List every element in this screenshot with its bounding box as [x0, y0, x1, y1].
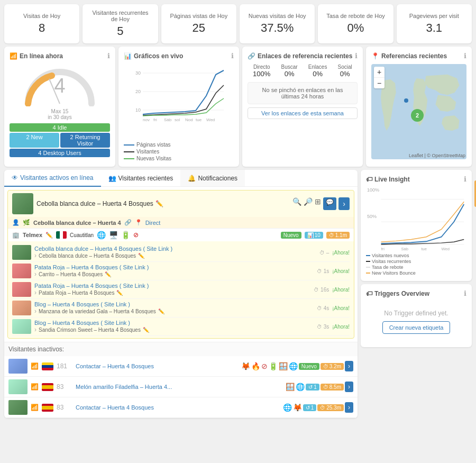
search-small-icon[interactable]: 🔍 — [292, 197, 301, 210]
edit-icon-page-1[interactable]: ✏️ — [105, 271, 111, 277]
page-now-2[interactable]: ¡Ahora! — [332, 287, 350, 293]
legend-line-0 — [124, 144, 134, 146]
location-icon: 📍 — [371, 52, 379, 60]
edit-icon-page-0[interactable]: ✏️ — [138, 253, 144, 259]
page-info-2: Patata Roja – Huerta 4 Bosques ( Site Li… — [34, 283, 310, 296]
gauge-number: 4 — [54, 75, 65, 97]
edit-icon-page-4[interactable]: ✏️ — [143, 327, 149, 333]
visitor-main-info: Cebolla blanca dulce – Huerta 4 Bosques … — [12, 193, 163, 214]
edit-company-icon[interactable]: ✏️ — [45, 232, 53, 239]
dot-3 — [366, 273, 370, 274]
page-sub-3: › Manzana de la variedad Gala – Huerta 4… — [34, 307, 314, 315]
stat-value-3: 37.5% — [261, 21, 294, 35]
inactive-name-1[interactable]: Melón amarillo Filadelfia – Huerta 4... — [76, 384, 282, 390]
badge-count-inactive-2: ↺ 1 — [303, 404, 317, 411]
insight-header: 🏷 Live Insight ℹ — [366, 175, 466, 183]
live-graph-svg: 30 20 10 nov fri Sáb sol Nod tue Wed — [124, 64, 234, 138]
tab-active-visitors[interactable]: 👁 Visitantes activos en línea — [4, 170, 101, 187]
eye-icon: 👁 — [12, 174, 18, 181]
live-graph-header: 📊 Gráficos en vivo ℹ — [124, 52, 234, 60]
ref-cols: Directo 100% Buscar 0% Enlaces 0% Social… — [248, 64, 358, 78]
visitor-edit-icon[interactable]: ✏️ — [155, 200, 163, 207]
chart-small-icon: 📊 — [307, 232, 314, 238]
ref-col-direct: Directo 100% — [253, 64, 270, 78]
map-title: 📍 Referencias recientes — [371, 52, 447, 60]
create-tag-btn[interactable]: Crear nueva etiqueta — [382, 321, 451, 334]
arrow-icon-4: › — [34, 326, 36, 333]
svg-text:10: 10 — [135, 107, 141, 113]
tab-notifications[interactable]: 🔔 Notificaciones — [180, 170, 245, 186]
visitor-action-icons: 🔍 🔎 ⊞ 💬 › — [292, 197, 350, 210]
cycle-icon-1: ↺ — [308, 384, 313, 390]
map-zoom-in[interactable]: + — [374, 67, 385, 78]
right-panel: 🏷 Live Insight ℹ Feedback 100% 50% — [361, 170, 472, 418]
visitor-type-bars: 2 New 2 Returning Visitor — [10, 133, 110, 148]
chat-icon[interactable]: 💬 — [323, 197, 336, 210]
page-link-0[interactable]: Cebolla blanca dulce – Huerta 4 Bosques … — [34, 246, 316, 252]
map-zoom-out[interactable]: − — [374, 78, 385, 88]
wifi-icon: 📶 — [10, 52, 17, 60]
insight-info-icon[interactable]: ℹ — [464, 175, 466, 183]
ref-links-title: 🔗 Enlaces de referencia recientes — [248, 52, 352, 60]
inactive-name-2[interactable]: Contactar – Huerta 4 Bosques — [76, 404, 280, 411]
browser-icon-2: 🖥️ — [109, 231, 118, 239]
map-info-icon[interactable]: ℹ — [464, 52, 466, 60]
edit-icon-page-2[interactable]: ✏️ — [116, 290, 123, 296]
live-graph-info-icon[interactable]: ℹ — [231, 52, 234, 60]
dashboard: Visitas de Hoy 8 Visitantes recurrentes … — [0, 0, 476, 422]
page-info-0: Cebolla blanca dulce – Huerta 4 Bosques … — [34, 246, 316, 259]
insight-legend-3: New Visitors Bounce — [366, 270, 466, 276]
block-icon: ⊘ — [133, 231, 139, 239]
page-now-4[interactable]: ¡Ahora! — [332, 324, 350, 330]
page-link-3[interactable]: Blog – Huerta 4 Bosques ( Site Link ) — [34, 301, 314, 307]
inactive-row-2: 📶 83 Contactar – Huerta 4 Bosques 🌐 🦊 ↺ … — [4, 397, 358, 418]
badge-time-inactive-1: ⏱ 8.5m — [321, 384, 344, 391]
map-attribution: Leaflet | © OpenStreetMap — [409, 153, 465, 158]
stat-bounce: Tasa de rebote de Hoy 0% — [318, 4, 393, 43]
clock-page-1: ⏱ — [317, 268, 322, 274]
inactive-expand-2[interactable]: › — [345, 402, 353, 413]
stat-visits-today: Visitas de Hoy 8 — [4, 4, 79, 43]
arrow-icon-3: › — [34, 307, 36, 315]
search-large-icon[interactable]: 🔎 — [304, 197, 313, 210]
visitor-thumb-image — [12, 193, 33, 214]
page-now-0[interactable]: ¡Ahora! — [332, 250, 350, 256]
stat-value-4: 0% — [347, 21, 364, 35]
svg-text:Sáb: Sáb — [401, 247, 409, 251]
edit-icon-page-3[interactable]: ✏️ — [158, 308, 164, 314]
stat-value-5: 3.1 — [426, 21, 443, 35]
tab-recent-visitors[interactable]: 👥 Visitantes recientes — [101, 170, 181, 186]
svg-text:20: 20 — [135, 89, 141, 94]
triggers-info-icon[interactable]: ℹ — [464, 289, 466, 297]
device-icon: 🔋 — [121, 231, 130, 239]
wifi-0: 📶 — [31, 362, 39, 370]
ref-link-btn[interactable]: Ver los enlaces de esta semana — [248, 107, 358, 119]
grid-icon[interactable]: ⊞ — [315, 197, 321, 210]
online-now-info-icon[interactable]: ℹ — [107, 52, 110, 60]
page-link-2[interactable]: Patata Roja – Huerta 4 Bosques ( Site Li… — [34, 283, 310, 289]
inactive-score-0: 181 — [57, 362, 72, 370]
page-now-3[interactable]: ¡Ahora! — [332, 305, 350, 311]
page-link-1[interactable]: Patata Roja – Huerta 4 Bosques ( Site Li… — [34, 264, 314, 270]
ref-links-widget: 🔗 Enlaces de referencia recientes ℹ Dire… — [242, 47, 363, 167]
page-thumb-1 — [12, 264, 31, 278]
svg-text:tue: tue — [422, 247, 427, 251]
map-header: 📍 Referencias recientes ℹ — [371, 52, 466, 60]
page-now-1[interactable]: ¡Ahora! — [332, 268, 350, 274]
inactive-expand-0[interactable]: › — [345, 361, 353, 371]
page-time-2: ⏱ 16s — [314, 287, 329, 293]
badge-count-inactive-1: ↺ 1 — [306, 384, 319, 391]
visitor-page-list: Cebolla blanca dulce – Huerta 4 Bosques … — [8, 241, 354, 338]
inactive-thumb-0 — [8, 359, 28, 374]
page-link-4[interactable]: Blog – Huerta 4 Bosques ( Site Link ) — [34, 320, 314, 326]
inactive-expand-1[interactable]: › — [345, 382, 353, 392]
live-graph-title: 📊 Gráficos en vivo — [124, 52, 183, 60]
inactive-name-0[interactable]: Contactar – Huerta 4 Bosques — [76, 363, 238, 369]
link-icon: 🔗 — [248, 52, 255, 60]
fox-icon: 🦊 — [241, 362, 250, 370]
ref-links-info-icon[interactable]: ℹ — [355, 52, 358, 60]
insight-legend-2: Tasa de rebote — [366, 265, 466, 270]
clock-inactive-2: ⏱ — [320, 405, 325, 411]
visitor-expand-btn[interactable]: › — [338, 197, 350, 210]
map-marker: 2 — [411, 109, 424, 122]
